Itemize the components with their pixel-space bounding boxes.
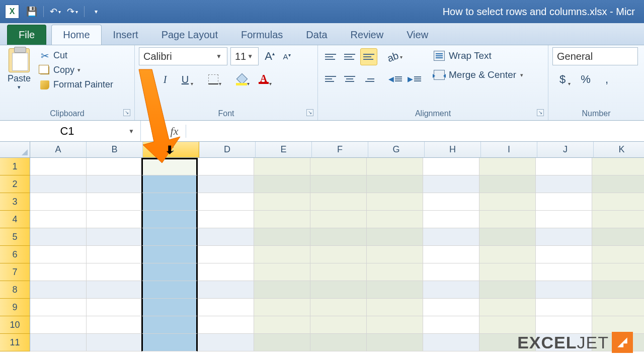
cell[interactable] [30,193,87,211]
cell[interactable] [423,334,479,351]
column-header-a[interactable]: A [30,142,87,158]
cell[interactable] [30,175,87,193]
cell[interactable] [30,246,87,263]
qat-save-button[interactable]: 💾 [24,4,39,19]
cell[interactable] [141,263,198,281]
cell[interactable] [254,193,310,211]
font-launcher[interactable]: ↘ [306,109,313,116]
column-header-g[interactable]: G [368,142,425,158]
cell[interactable] [479,263,536,281]
cell[interactable] [367,158,423,175]
cell[interactable] [367,228,423,246]
cell[interactable] [141,211,198,228]
cell[interactable] [592,263,644,281]
align-center-button[interactable] [341,70,358,87]
align-middle-button[interactable] [341,48,358,65]
cell[interactable] [87,299,143,316]
cell[interactable] [87,158,143,175]
cell[interactable] [536,228,592,246]
row-header-3[interactable]: 3 [0,193,30,211]
increase-indent-button[interactable]: ▶ [406,70,423,87]
cell[interactable] [30,263,87,281]
format-painter-button[interactable]: Format Painter [37,78,115,91]
row-header-10[interactable]: 10 [0,316,30,334]
cell[interactable] [87,246,143,263]
cell[interactable] [367,281,423,299]
cell[interactable] [87,175,143,193]
cell[interactable] [423,263,479,281]
cut-button[interactable]: ✂ Cut [37,49,115,62]
wrap-text-button[interactable]: Wrap Text [431,48,526,63]
cell[interactable] [592,211,644,228]
cell[interactable] [479,246,536,263]
cell[interactable] [310,228,367,246]
column-header-e[interactable]: E [256,142,312,158]
row-header-8[interactable]: 8 [0,281,30,299]
alignment-launcher[interactable]: ↘ [537,109,544,116]
cell[interactable] [198,193,254,211]
tab-file[interactable]: File [7,25,46,45]
cell[interactable] [479,211,536,228]
cell[interactable] [479,228,536,246]
formula-input[interactable] [191,121,644,141]
copy-button[interactable]: Copy ▾ [37,64,115,76]
cell[interactable] [254,316,310,334]
cell[interactable] [592,316,644,334]
cell[interactable] [367,316,423,334]
cell[interactable] [423,316,479,334]
cell[interactable] [423,228,479,246]
cell[interactable] [30,334,87,351]
select-all-corner[interactable] [0,142,30,158]
font-color-button[interactable]: A▾ [254,70,274,88]
cell[interactable] [423,193,479,211]
cell[interactable] [254,158,310,175]
cell[interactable] [310,299,367,316]
cell[interactable] [198,316,254,334]
tab-insert[interactable]: Insert [102,25,150,45]
cell[interactable] [30,316,87,334]
cell[interactable] [592,175,644,193]
qat-customize-button[interactable]: ▾ [89,4,104,19]
cell[interactable] [87,263,143,281]
cell[interactable] [30,211,87,228]
orientation-button[interactable]: ab▾ [386,48,404,65]
cell[interactable] [198,246,254,263]
column-header-c[interactable]: C [143,142,199,158]
row-header-5[interactable]: 5 [0,228,30,246]
cell[interactable] [479,193,536,211]
tab-data[interactable]: Data [294,25,339,45]
cell[interactable] [141,246,198,263]
column-header-i[interactable]: I [481,142,537,158]
cell[interactable] [141,316,198,334]
tab-formulas[interactable]: Formulas [229,25,294,45]
cell[interactable] [536,281,592,299]
font-size-combo[interactable]: 11▼ [230,47,259,65]
cell[interactable] [254,263,310,281]
row-header-6[interactable]: 6 [0,246,30,263]
cell[interactable] [87,334,143,351]
cell[interactable] [310,246,367,263]
cell[interactable] [198,175,254,193]
cell[interactable] [310,316,367,334]
cell[interactable] [536,334,592,351]
cell[interactable] [141,158,198,175]
cell[interactable] [536,246,592,263]
cell[interactable] [310,158,367,175]
bold-button[interactable]: B [139,70,155,88]
cell[interactable] [592,193,644,211]
cell[interactable] [87,228,143,246]
cell[interactable] [254,334,310,351]
percent-button[interactable]: % [578,70,594,88]
cell[interactable] [141,193,198,211]
cell[interactable] [592,158,644,175]
cell[interactable] [310,263,367,281]
cell[interactable] [479,299,536,316]
align-left-button[interactable] [322,70,339,87]
tab-review[interactable]: Review [339,25,395,45]
cell[interactable] [310,193,367,211]
cell[interactable] [310,281,367,299]
cell[interactable] [198,299,254,316]
cell[interactable] [30,299,87,316]
cell[interactable] [592,246,644,263]
cell[interactable] [254,281,310,299]
